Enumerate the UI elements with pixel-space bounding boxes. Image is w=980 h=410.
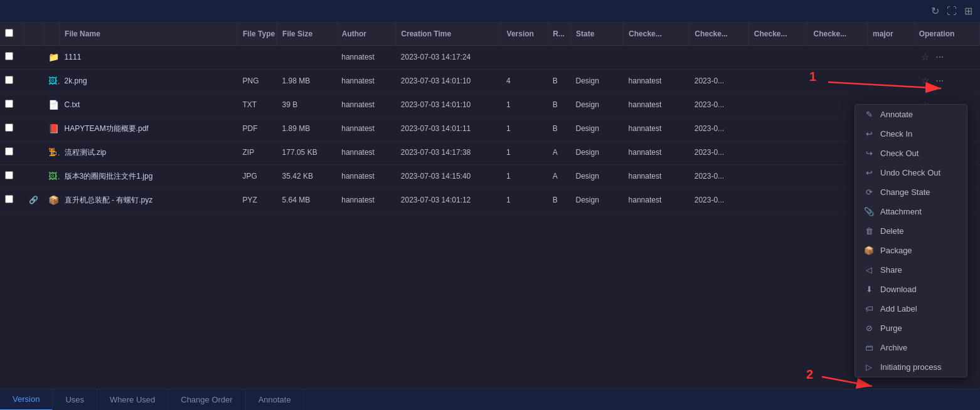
row-checkbox[interactable]: [5, 124, 13, 132]
select-all-checkbox[interactable]: [5, 29, 13, 37]
row-link-icon-cell: [24, 93, 44, 117]
header-filename[interactable]: File Name: [60, 23, 238, 45]
context-menu-item-add-label[interactable]: 🏷Add Label: [855, 299, 967, 318]
author-cell: hannatest: [336, 93, 396, 117]
header-checked2[interactable]: Checke...: [690, 23, 749, 45]
header-icon-col2: [43, 23, 59, 45]
file-type-icon-cell: 🖼: [43, 164, 59, 188]
context-menu-item-package[interactable]: 📦Package: [855, 241, 967, 260]
header-version[interactable]: Version: [501, 23, 548, 45]
context-menu-item-archive[interactable]: 🗃Archive: [855, 338, 967, 357]
context-menu-label: Check Out: [880, 149, 919, 158]
context-menu-label: Archive: [880, 343, 907, 352]
header-filesize[interactable]: File Size: [277, 23, 337, 45]
more-button[interactable]: ···: [933, 50, 946, 64]
annotate-icon: ✎: [864, 110, 874, 119]
change-state-icon: ⟳: [864, 187, 874, 197]
tab-change-order[interactable]: Change Order: [168, 389, 245, 411]
context-menu-item-undo-check-out[interactable]: ↩Undo Check Out: [855, 163, 967, 182]
context-menu-item-change-state[interactable]: ⟳Change State: [855, 182, 967, 202]
checked1-cell: hannatest: [624, 93, 690, 117]
header-checked4[interactable]: Checke...: [808, 23, 868, 45]
context-menu-item-check-in[interactable]: ↩Check In: [855, 124, 967, 144]
state-cell: Design: [570, 69, 623, 93]
context-menu-label: Initiating process: [880, 362, 942, 372]
fullscreen-icon[interactable]: ⛶: [947, 6, 957, 17]
filename-cell: HAPYTEAM功能概要.pdf: [60, 117, 238, 140]
header-major[interactable]: major: [868, 23, 914, 45]
checked1-cell: hannatest: [624, 69, 690, 93]
r-cell: B: [548, 188, 571, 212]
context-menu-item-delete[interactable]: 🗑Delete: [855, 221, 967, 241]
header-r[interactable]: R...: [548, 23, 571, 45]
tab-where-used[interactable]: Where Used: [97, 389, 168, 411]
filesize-cell: 5.64 MB: [277, 188, 337, 212]
header-operation[interactable]: Operation: [913, 23, 979, 45]
file-type-icon-cell: 📁: [43, 45, 59, 69]
creation-cell: 2023-07-03 14:01:10: [396, 93, 501, 117]
row-checkbox[interactable]: [5, 76, 13, 84]
checked3-cell: [748, 164, 808, 188]
row-checkbox-cell: [0, 117, 24, 140]
header-author[interactable]: Author: [336, 23, 396, 45]
package-icon: 📦: [864, 246, 874, 255]
context-menu-item-check-out[interactable]: ↪Check Out: [855, 144, 967, 163]
tab-annotate[interactable]: Annotate: [246, 389, 304, 411]
grid-icon[interactable]: ⊞: [964, 5, 972, 17]
row-checkbox[interactable]: [5, 195, 13, 203]
context-menu-label: Share: [880, 265, 902, 275]
row-checkbox[interactable]: [5, 147, 13, 155]
row-checkbox[interactable]: [5, 171, 13, 179]
operation-cell: ☆···: [913, 45, 979, 69]
refresh-icon[interactable]: ↻: [931, 5, 939, 17]
operation-cell: ☆···: [913, 69, 979, 93]
table-row: 📁1111hannatest2023-07-03 14:17:24☆···: [0, 45, 980, 69]
context-menu-item-initiating-process[interactable]: ▷Initiating process: [855, 357, 967, 377]
header-state[interactable]: State: [570, 23, 623, 45]
row-checkbox[interactable]: [5, 100, 13, 108]
filesize-cell: 177.05 KB: [277, 140, 337, 164]
checked3-cell: [748, 188, 808, 212]
author-cell: hannatest: [336, 69, 396, 93]
header-filetype[interactable]: File Type: [238, 23, 277, 45]
table-row: 🗜流程测试.zipZIP177.05 KBhannatest2023-07-03…: [0, 140, 980, 164]
header-checked3[interactable]: Checke...: [748, 23, 808, 45]
row-checkbox[interactable]: [5, 52, 13, 60]
tab-uses[interactable]: Uses: [53, 389, 97, 411]
context-menu-item-attachment[interactable]: 📎Attachment: [855, 202, 967, 221]
state-cell: Design: [570, 164, 623, 188]
checked2-cell: 2023-0...: [690, 140, 749, 164]
tab-version[interactable]: Version: [0, 389, 53, 411]
context-menu-item-purge[interactable]: ⊘Purge: [855, 318, 967, 338]
r-cell: B: [548, 69, 571, 93]
context-menu-item-download[interactable]: ⬇Download: [855, 280, 967, 299]
checked3-cell: [748, 69, 808, 93]
filetype-cell: JPG: [238, 164, 277, 188]
checked2-cell: 2023-0...: [690, 188, 749, 212]
row-link-icon-cell: [24, 45, 44, 69]
more-button[interactable]: ···: [933, 74, 946, 88]
creation-cell: 2023-07-03 14:01:12: [396, 188, 501, 212]
context-menu-item-share[interactable]: ◁Share: [855, 260, 967, 280]
filename-cell: 流程测试.zip: [60, 140, 238, 164]
state-cell: Design: [570, 140, 623, 164]
link-icon: 🔗: [29, 196, 38, 204]
annotation-2: 2: [806, 367, 813, 382]
header-checked1[interactable]: Checke...: [624, 23, 690, 45]
file-type-icon-cell: 📄: [43, 93, 59, 117]
context-menu-item-annotate[interactable]: ✎Annotate: [855, 105, 967, 124]
purge-icon: ⊘: [864, 323, 874, 333]
filesize-cell: 39 B: [277, 93, 337, 117]
creation-cell: 2023-07-03 14:17:24: [396, 45, 501, 69]
r-cell: A: [548, 140, 571, 164]
star-button[interactable]: ☆: [919, 74, 932, 88]
table-header-row: File Name File Type File Size Author Cre…: [0, 23, 980, 45]
star-button[interactable]: ☆: [919, 50, 932, 64]
svg-line-3: [822, 377, 872, 386]
context-menu-label: Annotate: [880, 110, 913, 119]
header-creation[interactable]: Creation Time: [396, 23, 501, 45]
table-row: 🔗📦直升机总装配 - 有螺钉.pyzPYZ5.64 MBhannatest202…: [0, 188, 980, 212]
state-cell: Design: [570, 188, 623, 212]
row-checkbox-cell: [0, 164, 24, 188]
row-checkbox-cell: [0, 93, 24, 117]
